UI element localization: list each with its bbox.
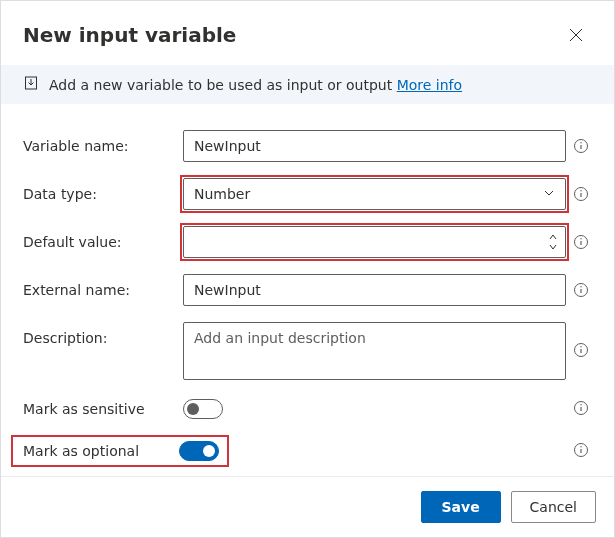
- toggle-knob: [187, 403, 199, 415]
- svg-point-18: [580, 404, 581, 405]
- svg-point-6: [580, 190, 581, 191]
- row-mark-optional: Mark as optional: [23, 435, 596, 467]
- mark-optional-highlight: Mark as optional: [11, 435, 229, 467]
- label-external-name: External name:: [23, 274, 183, 298]
- dialog-header: New input variable: [1, 1, 614, 65]
- label-variable-name: Variable name:: [23, 130, 183, 154]
- info-icon[interactable]: [573, 442, 589, 461]
- number-spinner: [546, 228, 560, 256]
- dialog-title: New input variable: [23, 23, 236, 47]
- mark-sensitive-toggle[interactable]: [183, 399, 223, 419]
- svg-point-12: [580, 286, 581, 287]
- info-icon[interactable]: [573, 186, 589, 205]
- new-input-variable-dialog: New input variable Add a new variable to…: [0, 0, 615, 538]
- info-banner: Add a new variable to be used as input o…: [1, 65, 614, 104]
- label-default-value: Default value:: [23, 226, 183, 250]
- label-description: Description:: [23, 322, 183, 346]
- external-name-input[interactable]: [183, 274, 566, 306]
- banner-text-content: Add a new variable to be used as input o…: [49, 77, 392, 93]
- info-icon[interactable]: [573, 234, 589, 253]
- form-area: Variable name: Data type: Number Default…: [1, 104, 614, 476]
- data-type-value: Number: [194, 186, 250, 202]
- row-description: Description:: [23, 322, 596, 383]
- label-data-type: Data type:: [23, 178, 183, 202]
- spinner-up[interactable]: [546, 232, 560, 242]
- label-mark-optional: Mark as optional: [23, 443, 139, 459]
- svg-point-15: [580, 346, 581, 347]
- row-mark-sensitive: Mark as sensitive: [23, 399, 596, 419]
- default-value-input[interactable]: [183, 226, 566, 258]
- variable-name-input[interactable]: [183, 130, 566, 162]
- dialog-footer: Save Cancel: [1, 476, 614, 537]
- svg-point-9: [580, 238, 581, 239]
- toggle-knob: [203, 445, 215, 457]
- info-icon[interactable]: [573, 282, 589, 301]
- info-icon[interactable]: [573, 138, 589, 157]
- save-button[interactable]: Save: [421, 491, 501, 523]
- chevron-down-icon: [543, 186, 555, 202]
- download-icon: [23, 75, 39, 94]
- mark-optional-toggle[interactable]: [179, 441, 219, 461]
- svg-point-3: [580, 142, 581, 143]
- label-mark-sensitive: Mark as sensitive: [23, 401, 183, 417]
- more-info-link[interactable]: More info: [397, 77, 462, 93]
- close-button[interactable]: [560, 19, 592, 51]
- close-icon: [569, 28, 583, 42]
- spinner-down[interactable]: [546, 242, 560, 252]
- data-type-select[interactable]: Number: [183, 178, 566, 210]
- svg-point-21: [580, 446, 581, 447]
- row-variable-name: Variable name:: [23, 130, 596, 162]
- row-data-type: Data type: Number: [23, 178, 596, 210]
- cancel-button[interactable]: Cancel: [511, 491, 596, 523]
- banner-text: Add a new variable to be used as input o…: [49, 77, 462, 93]
- description-input[interactable]: [183, 322, 566, 380]
- row-external-name: External name:: [23, 274, 596, 306]
- row-default-value: Default value:: [23, 226, 596, 258]
- info-icon[interactable]: [573, 400, 589, 419]
- info-icon[interactable]: [573, 342, 589, 361]
